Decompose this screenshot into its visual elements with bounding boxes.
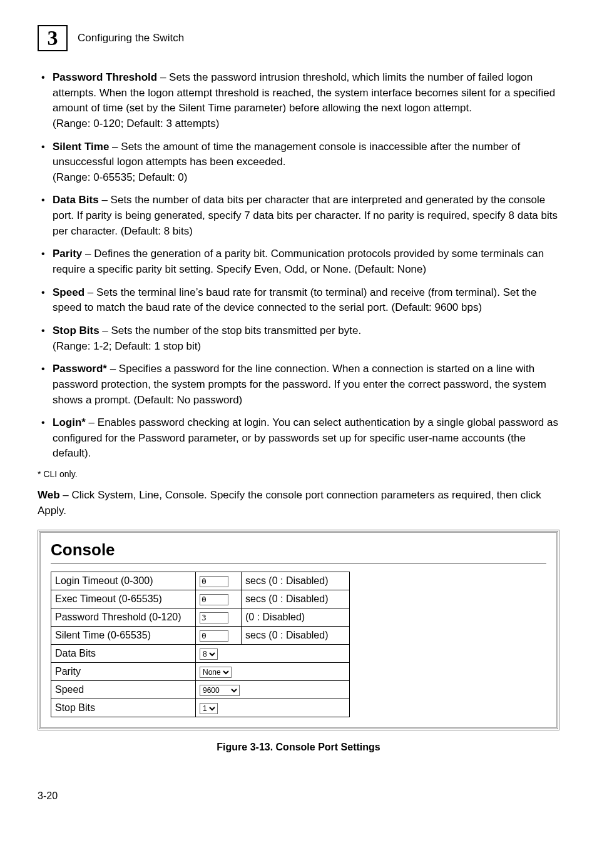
- footnote: * CLI only.: [38, 469, 559, 479]
- chapter-number: 3: [48, 28, 58, 49]
- term: Parity: [53, 248, 82, 260]
- page-header: 3 Configuring the Switch: [38, 25, 559, 51]
- parameter-list: Password Threshold – Sets the password i…: [38, 70, 559, 462]
- cell-speed-select: 9600: [196, 681, 350, 699]
- label-login-timeout: Login Timeout (0-300): [51, 572, 196, 590]
- row-data-bits: Data Bits 8: [51, 645, 350, 663]
- row-silent-time: Silent Time (0-65535) secs (0 : Disabled…: [51, 627, 350, 645]
- login-timeout-input[interactable]: [200, 576, 228, 587]
- list-item: Login* – Enables password checking at lo…: [38, 415, 559, 462]
- page-number: 3-20: [38, 790, 559, 802]
- label-stop-bits: Stop Bits: [51, 699, 196, 717]
- speed-select[interactable]: 9600: [200, 685, 240, 696]
- figure-caption: Figure 3-13. Console Port Settings: [38, 742, 559, 753]
- label-data-bits: Data Bits: [51, 645, 196, 663]
- term: Silent Time: [53, 141, 109, 153]
- term: Data Bits: [53, 194, 99, 206]
- list-item: Speed – Sets the terminal line’s baud ra…: [38, 285, 559, 316]
- console-panel: Console Login Timeout (0-300) secs (0 : …: [40, 532, 557, 728]
- web-label: Web: [38, 489, 60, 501]
- term: Password*: [53, 363, 107, 375]
- panel-divider: [51, 563, 546, 564]
- list-item: Data Bits – Sets the number of data bits…: [38, 193, 559, 239]
- label-password-threshold: Password Threshold (0-120): [51, 608, 196, 627]
- stop-bits-select[interactable]: 1: [200, 703, 218, 714]
- suffix-exec-timeout: secs (0 : Disabled): [242, 590, 350, 608]
- cell-exec-timeout-input: [196, 590, 242, 608]
- row-exec-timeout: Exec Timeout (0-65535) secs (0 : Disable…: [51, 590, 350, 608]
- console-panel-outer: Console Login Timeout (0-300) secs (0 : …: [38, 530, 559, 730]
- cell-login-timeout-input: [196, 572, 242, 590]
- panel-title: Console: [51, 540, 546, 560]
- suffix-silent-time: secs (0 : Disabled): [242, 627, 350, 645]
- cell-parity-select: None: [196, 663, 350, 681]
- list-item: Password Threshold – Sets the password i…: [38, 70, 559, 132]
- term: Speed: [53, 286, 84, 298]
- row-login-timeout: Login Timeout (0-300) secs (0 : Disabled…: [51, 572, 350, 590]
- term: Stop Bits: [53, 325, 100, 336]
- cell-password-threshold-input: [196, 608, 242, 627]
- parity-select[interactable]: None: [200, 667, 232, 678]
- row-password-threshold: Password Threshold (0-120) (0 : Disabled…: [51, 608, 350, 627]
- chapter-badge: 3: [38, 25, 68, 51]
- exec-timeout-input[interactable]: [200, 594, 228, 605]
- list-item: Stop Bits – Sets the number of the stop …: [38, 323, 559, 354]
- suffix-password-threshold: (0 : Disabled): [242, 608, 350, 627]
- label-speed: Speed: [51, 681, 196, 699]
- list-item: Password* – Specifies a password for the…: [38, 361, 559, 408]
- list-item: Silent Time – Sets the amount of time th…: [38, 139, 559, 186]
- label-silent-time: Silent Time (0-65535): [51, 627, 196, 645]
- label-parity: Parity: [51, 663, 196, 681]
- row-parity: Parity None: [51, 663, 350, 681]
- row-speed: Speed 9600: [51, 681, 350, 699]
- row-stop-bits: Stop Bits 1: [51, 699, 350, 717]
- cell-data-bits-select: 8: [196, 645, 350, 663]
- web-instructions: Web – Click System, Line, Console. Speci…: [38, 488, 559, 518]
- term: Login*: [53, 416, 86, 428]
- web-text: – Click System, Line, Console. Specify t…: [38, 489, 541, 517]
- header-title: Configuring the Switch: [78, 32, 184, 44]
- password-threshold-input[interactable]: [200, 612, 228, 623]
- list-item: Parity – Defines the generation of a par…: [38, 246, 559, 277]
- term: Password Threshold: [53, 71, 157, 83]
- suffix-login-timeout: secs (0 : Disabled): [242, 572, 350, 590]
- cell-silent-time-input: [196, 627, 242, 645]
- data-bits-select[interactable]: 8: [200, 648, 218, 660]
- silent-time-input[interactable]: [200, 630, 228, 642]
- cell-stop-bits-select: 1: [196, 699, 350, 717]
- settings-table: Login Timeout (0-300) secs (0 : Disabled…: [51, 572, 350, 717]
- label-exec-timeout: Exec Timeout (0-65535): [51, 590, 196, 608]
